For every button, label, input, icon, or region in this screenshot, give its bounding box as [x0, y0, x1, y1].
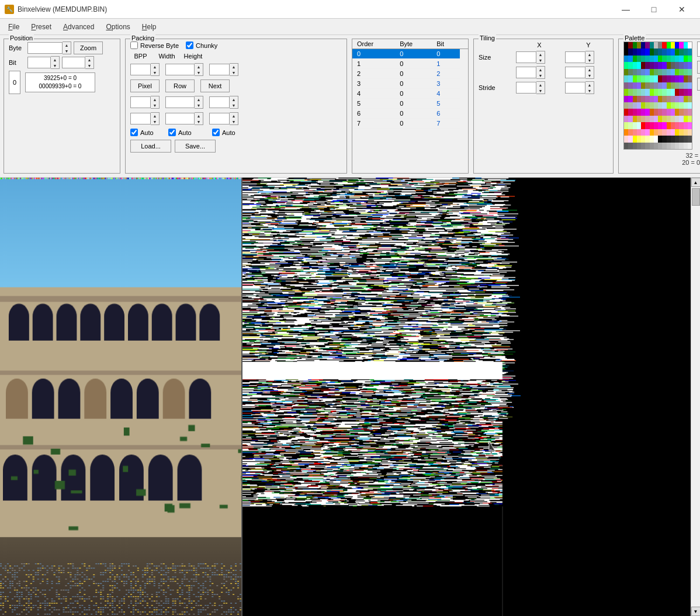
swatch-cell[interactable]: [684, 56, 688, 62]
swatch-cell[interactable]: [675, 96, 679, 102]
swatch-cell[interactable]: [633, 75, 637, 82]
spin2c-input[interactable]: 138: [209, 96, 230, 108]
swatch-cell[interactable]: [637, 42, 641, 49]
swatch-cell[interactable]: [667, 109, 671, 115]
swatch-cell[interactable]: [633, 116, 637, 122]
swatch-cell[interactable]: [654, 109, 658, 115]
swatch-cell[interactable]: [624, 56, 628, 62]
spin2b-down[interactable]: ▼: [195, 102, 203, 108]
swatch-cell[interactable]: [662, 69, 666, 75]
spin3b-input[interactable]: 0: [165, 113, 195, 124]
swatch-cell[interactable]: [654, 69, 658, 75]
swatch-cell[interactable]: [645, 143, 649, 149]
swatch-cell[interactable]: [671, 109, 675, 115]
swatch-cell[interactable]: [658, 42, 662, 49]
size-x-input[interactable]: 0: [516, 51, 536, 63]
width-spin-down[interactable]: ▼: [195, 70, 203, 75]
swatch-cell[interactable]: [637, 62, 641, 68]
order-table-row[interactable]: 606: [352, 109, 468, 119]
bit-input[interactable]: 0: [27, 57, 51, 68]
swatch-cell[interactable]: [662, 62, 666, 68]
swatch-cell[interactable]: [662, 82, 666, 89]
auto2-checkbox[interactable]: [168, 129, 176, 136]
reverse-byte-checkbox[interactable]: [130, 41, 138, 49]
swatch-cell[interactable]: [637, 75, 641, 82]
swatch-cell[interactable]: [654, 82, 658, 89]
swatch-cell[interactable]: [688, 49, 692, 55]
swatch-cell[interactable]: [628, 42, 632, 49]
swatch-cell[interactable]: [637, 102, 641, 109]
swatch-cell[interactable]: [637, 49, 641, 55]
swatch-cell[interactable]: [684, 122, 688, 129]
swatch-cell[interactable]: [641, 136, 645, 142]
order-table-row[interactable]: 303: [352, 79, 468, 89]
tiling-spin1-input[interactable]: 0: [516, 67, 536, 78]
height-spin-up[interactable]: ▲: [230, 64, 238, 70]
swatch-cell[interactable]: [671, 136, 675, 142]
swatch-cell[interactable]: [675, 69, 679, 75]
reverse-byte-check[interactable]: Reverse Byte: [130, 41, 179, 49]
swatch-cell[interactable]: [684, 69, 688, 75]
swatch-cell[interactable]: [658, 49, 662, 55]
swatch-cell[interactable]: [675, 42, 679, 49]
swatch-cell[interactable]: [641, 69, 645, 75]
swatch-cell[interactable]: [679, 49, 683, 55]
swatch-cell[interactable]: [662, 56, 666, 62]
swatch-cell[interactable]: [675, 56, 679, 62]
tiling-spin1-up[interactable]: ▲: [536, 67, 545, 72]
auto1-check[interactable]: Auto: [130, 129, 162, 136]
swatch-cell[interactable]: [628, 136, 632, 142]
swatch-cell[interactable]: [684, 143, 688, 149]
bit2-spin-up[interactable]: ▲: [85, 57, 93, 63]
swatch-cell[interactable]: [633, 42, 637, 49]
swatch-cell[interactable]: [654, 62, 658, 68]
swatch-cell[interactable]: [679, 69, 683, 75]
spin3a-input[interactable]: 0: [130, 113, 151, 124]
swatch-cell[interactable]: [645, 136, 649, 142]
swatch-cell[interactable]: [658, 96, 662, 102]
swatch-cell[interactable]: [645, 89, 649, 95]
menu-file[interactable]: File: [2, 20, 25, 33]
order-table-row[interactable]: 101: [352, 59, 468, 69]
swatch-cell[interactable]: [641, 89, 645, 95]
swatch-cell[interactable]: [662, 116, 666, 122]
bit2-input[interactable]: 2: [62, 57, 85, 68]
swatch-cell[interactable]: [671, 122, 675, 129]
swatch-cell[interactable]: [645, 56, 649, 62]
swatch-cell[interactable]: [679, 136, 683, 142]
swatch-cell[interactable]: [650, 69, 654, 75]
swatch-cell[interactable]: [637, 82, 641, 89]
swatch-cell[interactable]: [628, 89, 632, 95]
swatch-cell[interactable]: [654, 75, 658, 82]
bpp-spin-up[interactable]: ▲: [151, 64, 159, 70]
swatch-cell[interactable]: [641, 42, 645, 49]
byte-spin-up[interactable]: ▲: [63, 42, 71, 48]
swatch-cell[interactable]: [633, 136, 637, 142]
swatch-cell[interactable]: [684, 109, 688, 115]
auto1-checkbox[interactable]: [130, 129, 138, 136]
swatch-cell[interactable]: [679, 56, 683, 62]
swatch-cell[interactable]: [645, 75, 649, 82]
auto2-check[interactable]: Auto: [168, 129, 206, 136]
menu-help[interactable]: Help: [136, 20, 162, 33]
swatch-cell[interactable]: [641, 122, 645, 129]
size-y-input[interactable]: 0: [565, 51, 585, 63]
swatch-cell[interactable]: [641, 56, 645, 62]
swatch-cell[interactable]: [688, 109, 692, 115]
swatch-cell[interactable]: [624, 42, 628, 49]
menu-preset[interactable]: Preset: [25, 20, 57, 33]
swatch-cell[interactable]: [688, 116, 692, 122]
swatch-cell[interactable]: [624, 49, 628, 55]
bit2-spin-down[interactable]: ▼: [85, 63, 93, 68]
swatch-cell[interactable]: [675, 136, 679, 142]
swatch-cell[interactable]: [637, 122, 641, 129]
swatch-cell[interactable]: [671, 96, 675, 102]
swatch-cell[interactable]: [667, 116, 671, 122]
swatch-cell[interactable]: [650, 102, 654, 109]
spin3b-up[interactable]: ▲: [195, 113, 203, 119]
swatch-cell[interactable]: [684, 102, 688, 109]
swatch-cell[interactable]: [675, 82, 679, 89]
tiling-spin2-up[interactable]: ▲: [585, 67, 594, 72]
swatch-cell[interactable]: [641, 82, 645, 89]
swatch-cell[interactable]: [645, 102, 649, 109]
